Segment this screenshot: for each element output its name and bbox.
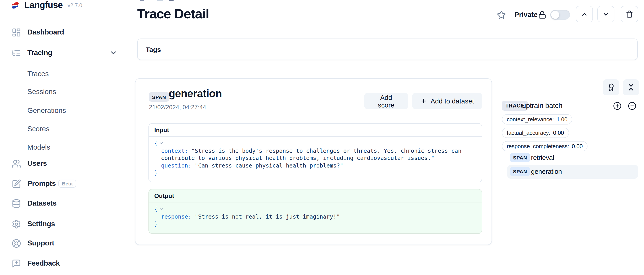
sidebar-item-scores[interactable]: Scores bbox=[0, 123, 129, 135]
output-panel: Output { response: "Stress is not real, … bbox=[148, 189, 482, 234]
score-pill-response_completeness: response_completeness:0.00 bbox=[502, 141, 588, 151]
observation-name: generation bbox=[168, 87, 222, 100]
app-logo[interactable]: Langfuse v2.7.0 bbox=[10, 0, 82, 10]
sidebar-item-label: Dashboard bbox=[27, 28, 64, 36]
datasets-icon bbox=[12, 199, 21, 208]
tree-indent-guide bbox=[504, 151, 504, 178]
input-json: { context: "Stress is the body's respons… bbox=[149, 137, 482, 177]
trash-icon bbox=[626, 10, 633, 18]
sidebar-item-tracing[interactable]: Tracing bbox=[0, 46, 129, 59]
output-json: { response: "Stress is not real, it is j… bbox=[149, 203, 482, 228]
span-name-label: retrieval bbox=[531, 154, 554, 161]
delete-trace-button[interactable] bbox=[621, 6, 638, 22]
trace-detail-page: Langfuse v2.7.0 DashboardTracingTracesSe… bbox=[0, 0, 644, 275]
span-name-label: generation bbox=[531, 168, 562, 175]
sidebar-item-label: Datasets bbox=[27, 199, 56, 207]
score-pill-context_relevance: context_relevance:1.00 bbox=[502, 114, 572, 124]
sidebar-item-label: Sessions bbox=[27, 88, 56, 96]
navigate-up-button[interactable] bbox=[576, 6, 593, 22]
scores-button[interactable] bbox=[603, 79, 619, 95]
sidebar-item-label: Feedback bbox=[27, 259, 60, 268]
toggle-knob bbox=[551, 11, 559, 19]
langfuse-logo-icon bbox=[10, 0, 20, 10]
lock-icon bbox=[538, 11, 546, 19]
users-icon bbox=[12, 159, 21, 168]
sidebar-item-label: Generations bbox=[27, 107, 66, 115]
cropped-breadcrumb-fragment bbox=[157, 0, 163, 1]
sidebar-item-label: Models bbox=[27, 143, 50, 151]
sidebar-item-dashboard[interactable]: Dashboard bbox=[0, 26, 129, 38]
support-icon bbox=[12, 239, 21, 248]
feedback-icon bbox=[12, 259, 21, 268]
sidebar-item-models[interactable]: Models bbox=[0, 141, 129, 154]
page-title: Trace Detail bbox=[137, 6, 209, 21]
sidebar-item-sessions[interactable]: Sessions bbox=[0, 85, 129, 98]
sidebar-item-label: Prompts bbox=[27, 180, 56, 188]
prompts-icon bbox=[12, 179, 21, 188]
privacy-toggle[interactable] bbox=[550, 10, 570, 20]
observation-type-badge: SPAN bbox=[149, 92, 169, 102]
add-score-button[interactable]: Add score bbox=[364, 93, 408, 109]
sidebar-item-support[interactable]: Support bbox=[0, 237, 129, 250]
output-panel-header: Output bbox=[149, 190, 482, 203]
collapse-json-icon[interactable] bbox=[158, 207, 164, 211]
privacy-label: Private bbox=[514, 11, 538, 19]
expand-all-icon[interactable] bbox=[613, 102, 622, 110]
trace-name[interactable]: uptrain batch bbox=[522, 102, 562, 110]
sidebar-item-datasets[interactable]: Datasets bbox=[0, 197, 129, 210]
sidebar-item-label: Users bbox=[27, 159, 47, 168]
sidebar-item-prompts[interactable]: PromptsBeta bbox=[0, 177, 129, 190]
dashboard-icon bbox=[12, 27, 21, 37]
cropped-breadcrumb-fragment bbox=[140, 0, 144, 1]
chevron-up-icon bbox=[581, 10, 588, 18]
beta-badge: Beta bbox=[58, 180, 76, 188]
tags-label: Tags bbox=[146, 45, 161, 53]
collapse-json-icon[interactable] bbox=[158, 141, 164, 146]
navigate-down-button[interactable] bbox=[597, 6, 614, 22]
collapse-all-button[interactable] bbox=[623, 79, 639, 95]
award-icon bbox=[607, 83, 615, 91]
span-type-badge: SPAN bbox=[510, 153, 530, 162]
sidebar-item-feedback[interactable]: Feedback bbox=[0, 257, 129, 270]
observation-timestamp: 21/02/2024, 04:27:44 bbox=[149, 104, 206, 111]
span-type-badge: SPAN bbox=[510, 167, 530, 176]
tree-span-retrieval[interactable]: SPANretrieval bbox=[507, 151, 638, 165]
chevron-down-icon bbox=[602, 10, 610, 18]
sidebar-item-settings[interactable]: Settings bbox=[0, 218, 129, 230]
sidebar-item-label: Settings bbox=[27, 220, 55, 228]
sidebar-item-label: Traces bbox=[27, 70, 49, 78]
sidebar-item-generations[interactable]: Generations bbox=[0, 104, 129, 117]
tree-span-generation[interactable]: SPANgeneration bbox=[507, 165, 638, 179]
sidebar-item-traces[interactable]: Traces bbox=[0, 68, 129, 80]
sidebar-item-label: Tracing bbox=[27, 49, 52, 57]
sidebar-item-label: Scores bbox=[27, 125, 49, 133]
collapse-tree-icon[interactable] bbox=[628, 102, 636, 110]
add-to-dataset-button[interactable]: Add to dataset bbox=[412, 93, 482, 109]
sidebar-item-label: Support bbox=[27, 239, 54, 247]
score-pill-factual_accuracy: factual_accuracy:0.00 bbox=[502, 128, 569, 138]
chevron-down-icon bbox=[110, 49, 118, 57]
settings-icon bbox=[12, 219, 21, 229]
input-panel: Input { context: "Stress is the body's r… bbox=[148, 123, 482, 182]
bookmark-star-icon[interactable] bbox=[497, 10, 506, 19]
input-panel-header: Input bbox=[149, 124, 482, 137]
sidebar-item-users[interactable]: Users bbox=[0, 157, 129, 170]
cropped-breadcrumb-fragment bbox=[169, 0, 174, 1]
tracing-icon bbox=[12, 48, 21, 57]
app-version: v2.7.0 bbox=[68, 2, 82, 8]
observation-card: SPAN generation 21/02/2024, 04:27:44 Add… bbox=[135, 78, 492, 245]
sidebar: Langfuse v2.7.0 DashboardTracingTracesSe… bbox=[0, 0, 129, 275]
chevrons-down-up-icon bbox=[627, 83, 635, 91]
app-name: Langfuse bbox=[24, 0, 62, 10]
tags-card: Tags bbox=[137, 38, 638, 60]
plus-icon bbox=[420, 98, 427, 104]
